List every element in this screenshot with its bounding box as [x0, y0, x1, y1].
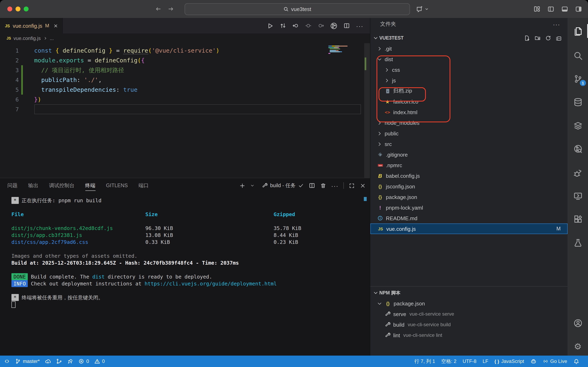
status-cloud-upload[interactable]	[45, 358, 51, 364]
panel-tab-GITLENS[interactable]: GITLENS	[106, 178, 128, 193]
panel-tab-问题[interactable]: 问题	[7, 178, 17, 193]
tree-item-favicon.ico[interactable]: ★favicon.ico	[370, 96, 568, 107]
status-error-circle[interactable]: 0	[79, 359, 89, 364]
panel-tab-调试控制台[interactable]: 调试控制台	[49, 178, 75, 193]
history-back-icon[interactable]	[155, 6, 162, 12]
code-line-6[interactable]: 6})	[0, 95, 370, 104]
git-graph-icon[interactable]	[330, 22, 337, 29]
panel-tab-端口[interactable]: 端口	[138, 178, 149, 193]
activity-account[interactable]	[568, 315, 588, 331]
close-icon[interactable]	[360, 183, 366, 189]
code-editor[interactable]: 1const { defineConfig } = require('@vue/…	[0, 43, 370, 178]
minimap[interactable]	[328, 46, 353, 55]
tree-item-dist[interactable]: dist	[370, 54, 568, 64]
toggle-left-sidebar-icon[interactable]	[547, 5, 554, 13]
nav-circle-icon[interactable]	[305, 22, 311, 29]
code-line-2[interactable]: 2module.exports = defineConfig({	[0, 55, 370, 65]
npm-script-build[interactable]: buildvue-cli-service build	[370, 319, 568, 330]
tree-item-.git[interactable]: .git	[370, 43, 568, 54]
nav-back-icon[interactable]	[292, 22, 299, 29]
tree-item-归档.zip[interactable]: 归档.zip	[370, 86, 568, 96]
command-center-search[interactable]: vue3test	[185, 3, 410, 15]
npm-script-serve[interactable]: servevue-cli-service serve	[370, 309, 568, 319]
chevron-down-icon[interactable]	[425, 7, 429, 11]
tree-item-.npmrc[interactable]: npm.npmrc	[370, 160, 568, 170]
traffic-light-zoom[interactable]	[24, 7, 29, 11]
activity-files[interactable]	[568, 23, 588, 39]
toggle-right-sidebar-icon[interactable]	[575, 5, 582, 13]
activity-run-debug[interactable]	[568, 165, 588, 182]
trash-icon[interactable]	[320, 183, 326, 189]
plus-icon[interactable]	[240, 183, 246, 189]
tree-item-pnpm-lock.yaml[interactable]: !pnpm-lock.yaml	[370, 202, 568, 213]
tree-item-babel.config.js[interactable]: Bbabel.config.js	[370, 170, 568, 181]
tree-item-.gitignore[interactable]: .gitignore	[370, 149, 568, 160]
tree-item-css[interactable]: css	[370, 64, 568, 75]
activity-beaker[interactable]	[568, 234, 588, 251]
tree-item-README.md[interactable]: README.md	[370, 213, 568, 224]
status-copilot[interactable]	[530, 358, 536, 364]
more-icon[interactable]: ···	[331, 182, 338, 189]
split-editor-icon[interactable]	[309, 182, 315, 189]
chat-sparkle-icon[interactable]	[416, 5, 424, 13]
status-UTF-8[interactable]: UTF-8	[463, 359, 476, 364]
split-editor-icon[interactable]	[343, 22, 350, 29]
npm-scripts-header[interactable]: NPM 脚本	[370, 287, 568, 298]
status-braces[interactable]: { }JavaScript	[494, 359, 524, 364]
code-line-7[interactable]: 7	[0, 104, 370, 114]
activity-search-big[interactable]	[568, 47, 588, 64]
activity-remote-explorer[interactable]	[568, 188, 588, 204]
new-file-icon[interactable]	[524, 35, 530, 41]
compare-changes-icon[interactable]	[280, 22, 286, 29]
npm-script-package.json[interactable]: {}package.json	[370, 298, 568, 309]
terminal-task-item[interactable]: build - 任务	[262, 182, 304, 189]
traffic-light-close[interactable]	[7, 7, 12, 11]
tree-item-package.json[interactable]: {}package.json	[370, 192, 568, 202]
activity-gitlens[interactable]	[568, 141, 588, 157]
code-line-5[interactable]: 5 transpileDependencies: true	[0, 85, 370, 95]
status-go-live[interactable]: Go Live	[543, 359, 567, 364]
tree-item-index.html[interactable]: <>index.html	[370, 107, 568, 117]
code-line-1[interactable]: 1const { defineConfig } = require('@vue/…	[0, 46, 370, 55]
status-bell[interactable]	[573, 358, 579, 364]
refresh-icon[interactable]	[545, 35, 551, 41]
status-branch[interactable]: master*	[15, 359, 40, 364]
tab-close-icon[interactable]	[53, 23, 58, 28]
tree-item-src[interactable]: src	[370, 139, 568, 149]
activity-source-control[interactable]: 1	[568, 71, 588, 87]
status-LF[interactable]: LF	[483, 359, 488, 364]
tree-item-jsconfig.json[interactable]: {}jsconfig.json	[370, 181, 568, 192]
status-行-7-列-1[interactable]: 行 7, 列 1	[415, 358, 435, 365]
code-line-3[interactable]: 3 // 项目运行时, 使用相对路径	[0, 65, 370, 75]
npm-script-lint[interactable]: lintvue-cli-service lint	[370, 330, 568, 341]
terminal[interactable]: * 正在执行任务: pnpm run buildFileSizeGzippedd…	[0, 193, 370, 356]
panel-tab-终端[interactable]: 终端	[85, 178, 95, 193]
status-remote[interactable]	[4, 359, 10, 364]
tree-item-vue.config.js[interactable]: JSvue.config.jsM	[370, 224, 568, 234]
sidebar-more-icon[interactable]: ···	[553, 21, 560, 27]
toggle-bottom-panel-icon[interactable]	[561, 5, 568, 13]
more-icon[interactable]: ···	[356, 22, 363, 29]
tree-item-public[interactable]: public	[370, 128, 568, 139]
maximize-icon[interactable]	[349, 183, 355, 189]
activity-database[interactable]	[568, 94, 588, 110]
status-warning-triangle[interactable]: 0	[94, 359, 105, 364]
activity-gear[interactable]: ⚙	[568, 338, 588, 355]
run-icon[interactable]	[267, 22, 274, 29]
history-forward-icon[interactable]	[167, 6, 174, 12]
activity-extensions[interactable]	[568, 211, 588, 227]
breadcrumb[interactable]: JS vue.config.js ...	[0, 33, 370, 43]
divider-icon[interactable]	[343, 182, 344, 189]
tree-item-node_modules[interactable]: node_modules	[370, 117, 568, 128]
tab-vue-config-js[interactable]: JS vue.config.js M	[0, 18, 63, 33]
panel-tab-输出[interactable]: 输出	[28, 178, 38, 193]
code-line-4[interactable]: 4 publicPath: './',	[0, 75, 370, 85]
customize-layout-icon[interactable]	[533, 5, 541, 13]
collapse-all-icon[interactable]	[556, 35, 562, 41]
activity-layers[interactable]	[568, 117, 588, 134]
nav-forward-icon[interactable]	[318, 22, 324, 29]
traffic-light-minimize[interactable]	[16, 7, 20, 11]
status-rocket[interactable]	[68, 359, 73, 364]
explorer-section-header[interactable]: VUE3TEST	[370, 33, 568, 43]
tree-item-js[interactable]: js	[370, 75, 568, 86]
